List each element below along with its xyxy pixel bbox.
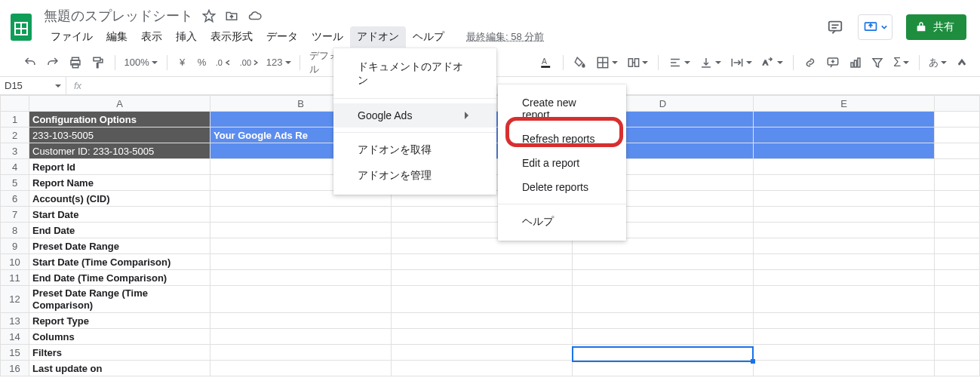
row-header[interactable]: 15 xyxy=(1,345,29,361)
col-header-extra[interactable] xyxy=(935,96,980,112)
menu-item-doc-addons[interactable]: ドキュメントのアドオン xyxy=(333,54,496,94)
menu-item-google-ads[interactable]: Google Ads xyxy=(333,103,496,127)
cell[interactable]: Report Type xyxy=(29,313,210,329)
cell[interactable] xyxy=(210,223,392,238)
cell[interactable] xyxy=(754,191,935,207)
menu-insert[interactable]: 挿入 xyxy=(169,26,204,48)
submenu-create[interactable]: Create new report xyxy=(498,91,626,127)
comment-icon[interactable] xyxy=(822,53,843,72)
functions-icon[interactable]: Σ xyxy=(889,53,913,72)
cell[interactable] xyxy=(210,313,392,329)
cell[interactable] xyxy=(754,143,935,159)
cell[interactable] xyxy=(754,207,935,223)
link-icon[interactable] xyxy=(800,53,821,72)
row-header[interactable]: 1 xyxy=(1,112,29,127)
sheets-logo[interactable] xyxy=(6,12,36,42)
currency-yen[interactable]: ¥ xyxy=(174,53,192,72)
submenu-edit[interactable]: Edit a report xyxy=(498,151,626,175)
cell[interactable]: Customer ID: 233-103-5005 xyxy=(29,143,210,159)
cell[interactable] xyxy=(210,329,392,345)
cell[interactable] xyxy=(935,270,980,286)
paint-format-icon[interactable] xyxy=(88,53,109,72)
menu-format[interactable]: 表示形式 xyxy=(204,26,260,48)
cell[interactable] xyxy=(935,238,980,254)
cell[interactable] xyxy=(754,286,935,313)
print-icon[interactable] xyxy=(65,53,86,72)
cell[interactable] xyxy=(935,143,980,159)
cell[interactable] xyxy=(754,112,935,127)
cell[interactable]: Last update on xyxy=(29,361,210,376)
cell[interactable] xyxy=(935,207,980,223)
cell[interactable] xyxy=(392,329,573,345)
share-button[interactable]: 共有 xyxy=(906,14,966,40)
cell[interactable]: Preset Date Range xyxy=(29,238,210,254)
cell[interactable] xyxy=(935,191,980,207)
submenu-refresh[interactable]: Refresh reports xyxy=(498,127,626,151)
rotate-icon[interactable]: A xyxy=(757,53,787,72)
cell[interactable] xyxy=(210,254,392,270)
doc-title[interactable]: 無題のスプレッドシート xyxy=(44,7,193,25)
fill-color-icon[interactable] xyxy=(570,53,591,72)
present-button[interactable] xyxy=(858,14,892,40)
cell[interactable]: Report Name xyxy=(29,175,210,191)
cell[interactable] xyxy=(392,254,573,270)
decrease-decimal[interactable]: .0 xyxy=(213,53,235,72)
cell[interactable] xyxy=(210,238,392,254)
row-header[interactable]: 6 xyxy=(1,191,29,207)
comments-icon[interactable] xyxy=(826,18,844,36)
cell[interactable] xyxy=(754,345,935,361)
cell[interactable] xyxy=(392,345,573,361)
menu-file[interactable]: ファイル xyxy=(44,26,100,48)
cell[interactable] xyxy=(392,270,573,286)
borders-icon[interactable] xyxy=(592,53,622,72)
row-header[interactable]: 11 xyxy=(1,270,29,286)
cell[interactable]: Start Date xyxy=(29,207,210,223)
cell[interactable] xyxy=(935,127,980,143)
cell[interactable] xyxy=(935,329,980,345)
row-header[interactable]: 9 xyxy=(1,238,29,254)
cell[interactable] xyxy=(573,329,754,345)
star-icon[interactable] xyxy=(202,9,216,23)
halign-icon[interactable] xyxy=(665,53,694,72)
menu-help[interactable]: ヘルプ xyxy=(406,26,451,48)
last-edit[interactable]: 最終編集: 58 分前 xyxy=(466,30,544,44)
submenu-delete[interactable]: Delete reports xyxy=(498,175,626,199)
menu-item-manage-addons[interactable]: アドオンを管理 xyxy=(333,163,496,189)
cell[interactable] xyxy=(573,313,754,329)
cell[interactable] xyxy=(754,313,935,329)
row-header[interactable]: 12 xyxy=(1,286,29,313)
increase-decimal[interactable]: .00 xyxy=(237,53,262,72)
menu-item-get-addons[interactable]: アドオンを取得 xyxy=(333,137,496,163)
merge-icon[interactable] xyxy=(623,53,653,72)
cell[interactable] xyxy=(573,286,754,313)
menu-edit[interactable]: 編集 xyxy=(100,26,134,48)
cell[interactable]: Columns xyxy=(29,329,210,345)
cell[interactable]: Account(s) (CID) xyxy=(29,191,210,207)
cell[interactable] xyxy=(392,361,573,376)
cell[interactable]: Report Id xyxy=(29,159,210,175)
cell[interactable] xyxy=(754,127,935,143)
cell[interactable] xyxy=(754,159,935,175)
text-color-icon[interactable]: A xyxy=(536,53,557,72)
cell[interactable]: Start Date (Time Comparison) xyxy=(29,254,210,270)
row-header[interactable]: 16 xyxy=(1,361,29,376)
filter-icon[interactable] xyxy=(867,53,888,72)
cell[interactable] xyxy=(935,159,980,175)
cell[interactable] xyxy=(935,223,980,238)
col-header-E[interactable]: E xyxy=(754,96,935,112)
chart-icon[interactable] xyxy=(845,53,866,72)
cell[interactable]: 233-103-5005 xyxy=(29,127,210,143)
menu-view[interactable]: 表示 xyxy=(134,26,169,48)
cell[interactable]: End Date (Time Comparison) xyxy=(29,270,210,286)
cell[interactable] xyxy=(573,361,754,376)
cell[interactable]: Filters xyxy=(29,345,210,361)
select-all-corner[interactable] xyxy=(1,96,29,112)
cell[interactable]: End Date xyxy=(29,223,210,238)
cell[interactable] xyxy=(935,175,980,191)
wrap-icon[interactable] xyxy=(727,53,756,72)
valign-icon[interactable] xyxy=(696,53,725,72)
row-header[interactable]: 10 xyxy=(1,254,29,270)
cell[interactable] xyxy=(210,361,392,376)
cell[interactable] xyxy=(573,254,754,270)
percent-button[interactable]: % xyxy=(193,53,211,72)
